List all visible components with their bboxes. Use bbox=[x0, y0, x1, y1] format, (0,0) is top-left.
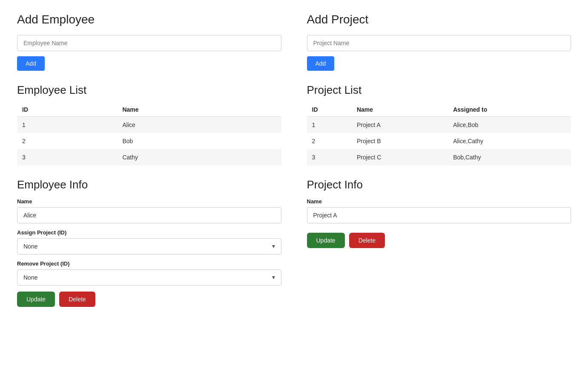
assign-project-wrapper: None123 ▼ bbox=[17, 238, 281, 254]
project-row-name: Project B bbox=[352, 133, 448, 149]
table-row: 2Bob bbox=[17, 133, 281, 149]
remove-project-select[interactable]: None123 bbox=[17, 269, 281, 286]
employee-row-name: Bob bbox=[117, 133, 281, 149]
project-table: ID Name Assigned to 1Project AAlice,Bob2… bbox=[307, 103, 571, 165]
project-name-input[interactable] bbox=[307, 35, 571, 51]
employee-row-name: Cathy bbox=[117, 149, 281, 165]
employee-info-actions: Update Delete bbox=[17, 292, 281, 307]
project-row-id: 1 bbox=[307, 117, 352, 133]
add-project-section: Add Project Add bbox=[307, 13, 571, 71]
project-row-assigned: Alice,Cathy bbox=[448, 133, 571, 149]
employee-info-title: Employee Info bbox=[17, 178, 281, 191]
employee-row-id: 2 bbox=[17, 133, 117, 149]
add-employee-button[interactable]: Add bbox=[17, 56, 45, 71]
employee-table: ID Name 1Alice2Bob3Cathy bbox=[17, 103, 281, 165]
project-row-name: Project A bbox=[352, 117, 448, 133]
employee-row-id: 3 bbox=[17, 149, 117, 165]
employee-name-label: Name bbox=[17, 198, 281, 205]
table-row: 3Project CBob,Cathy bbox=[307, 149, 571, 165]
employee-info-name-input[interactable] bbox=[17, 207, 281, 223]
employee-update-button[interactable]: Update bbox=[17, 292, 55, 307]
employee-col-id: ID bbox=[17, 103, 117, 117]
add-employee-title: Add Employee bbox=[17, 13, 281, 26]
project-info-name-label: Name bbox=[307, 198, 571, 205]
assign-project-select[interactable]: None123 bbox=[17, 238, 281, 254]
project-row-id: 3 bbox=[307, 149, 352, 165]
employee-row-name: Alice bbox=[117, 117, 281, 133]
project-info-name-input[interactable] bbox=[307, 207, 571, 223]
project-info-title: Project Info bbox=[307, 178, 571, 191]
project-info-section: Project Info Name Update Delete bbox=[307, 178, 571, 248]
remove-project-label: Remove Project (ID) bbox=[17, 260, 281, 267]
employee-info-section: Employee Info Name Assign Project (ID) N… bbox=[17, 178, 281, 307]
project-list-section: Project List ID Name Assigned to 1Projec… bbox=[307, 84, 571, 165]
project-row-name: Project C bbox=[352, 149, 448, 165]
table-row: 2Project BAlice,Cathy bbox=[307, 133, 571, 149]
employee-name-input[interactable] bbox=[17, 35, 281, 51]
project-row-assigned: Bob,Cathy bbox=[448, 149, 571, 165]
employee-row-id: 1 bbox=[17, 117, 117, 133]
project-info-actions: Update Delete bbox=[307, 233, 571, 248]
employee-list-title: Employee List bbox=[17, 84, 281, 97]
project-row-assigned: Alice,Bob bbox=[448, 117, 571, 133]
table-row: 1Project AAlice,Bob bbox=[307, 117, 571, 133]
table-row: 1Alice bbox=[17, 117, 281, 133]
project-delete-button[interactable]: Delete bbox=[349, 233, 385, 248]
add-project-button[interactable]: Add bbox=[307, 56, 335, 71]
project-row-id: 2 bbox=[307, 133, 352, 149]
project-list-title: Project List bbox=[307, 84, 571, 97]
add-project-title: Add Project bbox=[307, 13, 571, 26]
assign-project-label: Assign Project (ID) bbox=[17, 229, 281, 236]
employee-col-name: Name bbox=[117, 103, 281, 117]
remove-project-wrapper: None123 ▼ bbox=[17, 269, 281, 286]
add-employee-section: Add Employee Add bbox=[17, 13, 281, 71]
project-col-assigned: Assigned to bbox=[448, 103, 571, 117]
project-col-name: Name bbox=[352, 103, 448, 117]
project-col-id: ID bbox=[307, 103, 352, 117]
employee-delete-button[interactable]: Delete bbox=[59, 292, 95, 307]
project-update-button[interactable]: Update bbox=[307, 233, 345, 248]
employee-list-section: Employee List ID Name 1Alice2Bob3Cathy bbox=[17, 84, 281, 165]
table-row: 3Cathy bbox=[17, 149, 281, 165]
